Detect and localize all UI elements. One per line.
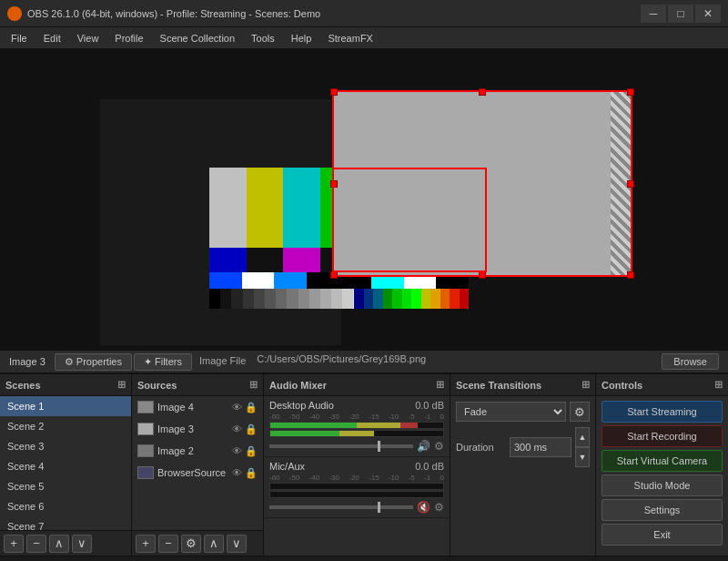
desktop-audio-slider[interactable] — [269, 444, 413, 448]
source-settings-button[interactable]: ⚙ — [181, 535, 201, 553]
start-recording-button[interactable]: Start Recording — [602, 425, 723, 447]
scene-down-button[interactable]: ∨ — [72, 535, 92, 553]
handle-tl[interactable] — [330, 88, 338, 96]
menu-help[interactable]: Help — [284, 31, 319, 46]
sources-icon[interactable]: ⊞ — [249, 379, 258, 391]
audio-mixer-icon[interactable]: ⊞ — [436, 379, 444, 391]
source-icons: 👁 🔒 — [232, 445, 258, 457]
handle-ml[interactable] — [330, 180, 338, 188]
handle-tc[interactable] — [479, 88, 486, 96]
lock-icon[interactable]: 🔒 — [245, 402, 258, 413]
desktop-audio-name: Desktop Audio — [269, 400, 334, 411]
source-up-button[interactable]: ∧ — [204, 535, 224, 553]
mic-audio-slider[interactable] — [269, 505, 413, 509]
lock-icon[interactable]: 🔒 — [245, 423, 258, 435]
grey-image[interactable] — [332, 90, 632, 277]
remove-scene-button[interactable]: − — [26, 535, 46, 553]
remove-source-button[interactable]: − — [158, 535, 178, 553]
settings-button[interactable]: Settings — [602, 499, 723, 521]
controls-header: Controls ⊞ — [596, 374, 728, 396]
source-item[interactable]: BrowserSource 👁 🔒 — [132, 462, 263, 484]
add-scene-button[interactable]: + — [4, 535, 24, 553]
source-name: Image 3 — [157, 423, 194, 434]
menu-scene-collection[interactable]: Scene Collection — [153, 31, 243, 46]
lock-icon[interactable]: 🔒 — [245, 467, 258, 479]
sources-footer: + − ⚙ ∧ ∨ — [132, 530, 263, 556]
scene-item[interactable]: Scene 4 — [0, 456, 131, 476]
browse-button[interactable]: Browse — [662, 353, 719, 370]
transition-type-select[interactable]: Fade Cut Swipe — [456, 402, 566, 422]
scene-item[interactable]: Scene 7 — [0, 516, 131, 530]
source-thumb — [137, 444, 154, 457]
mic-audio-settings-icon[interactable]: ⚙ — [434, 501, 444, 514]
source-down-button[interactable]: ∨ — [227, 535, 247, 553]
audio-mixer-label: Audio Mixer — [269, 380, 327, 391]
exit-button[interactable]: Exit — [602, 524, 723, 546]
handle-bl[interactable] — [330, 271, 338, 279]
scenes-icon[interactable]: ⊞ — [117, 379, 126, 391]
duration-input[interactable] — [510, 437, 571, 457]
app-icon — [7, 6, 22, 21]
source-path: C:/Users/OBS/Pictures/Grey169B.png — [257, 353, 426, 371]
duration-down-button[interactable]: ▼ — [575, 447, 590, 467]
close-button[interactable]: ✕ — [695, 5, 721, 23]
handle-tr[interactable] — [627, 88, 634, 96]
scene-item[interactable]: Scene 6 — [0, 496, 131, 516]
source-item[interactable]: Image 4 👁 🔒 — [132, 396, 263, 418]
handle-bc[interactable] — [479, 271, 486, 279]
scenes-panel: Scenes ⊞ Scene 1 Scene 2 Scene 3 Scene 4… — [0, 374, 132, 556]
controls-icon[interactable]: ⊞ — [714, 379, 723, 391]
duration-up-button[interactable]: ▲ — [575, 427, 590, 447]
start-streaming-button[interactable]: Start Streaming — [602, 401, 723, 423]
maximize-button[interactable]: □ — [668, 5, 693, 23]
minimize-button[interactable]: ─ — [641, 5, 666, 23]
menu-view[interactable]: View — [70, 31, 106, 46]
mic-audio-meter — [269, 483, 444, 490]
transitions-panel: Scene Transitions ⊞ Fade Cut Swipe ⚙ Dur… — [450, 374, 596, 556]
desktop-audio-mute-icon[interactable]: 🔊 — [417, 440, 430, 453]
menu-streamfx[interactable]: StreamFX — [320, 31, 380, 46]
desktop-audio-meter — [269, 422, 444, 429]
controls-label: Controls — [602, 380, 642, 391]
source-label: Image 3 — [9, 356, 46, 367]
scene-item[interactable]: Scene 3 — [0, 436, 131, 456]
filters-button[interactable]: ✦ Filters — [134, 353, 192, 371]
transitions-header: Scene Transitions ⊞ — [450, 374, 595, 396]
source-icons: 👁 🔒 — [232, 423, 258, 435]
visibility-icon[interactable]: 👁 — [232, 402, 242, 413]
menu-edit[interactable]: Edit — [36, 31, 68, 46]
scene-item[interactable]: Scene 2 — [0, 416, 131, 436]
studio-mode-button[interactable]: Studio Mode — [602, 474, 723, 496]
menubar: File Edit View Profile Scene Collection … — [0, 27, 728, 49]
properties-button[interactable]: ⚙ Properties — [55, 353, 132, 371]
transitions-icon[interactable]: ⊞ — [581, 379, 590, 391]
visibility-icon[interactable]: 👁 — [232, 467, 242, 479]
desktop-audio-slider-row: 🔊 ⚙ — [269, 440, 444, 453]
mic-aux-db: 0.0 dB — [415, 461, 444, 472]
visibility-icon[interactable]: 👁 — [232, 445, 242, 457]
mic-audio-mute-icon[interactable]: 🔇 — [417, 501, 430, 514]
source-item[interactable]: Image 3 👁 🔒 — [132, 418, 263, 440]
source-item[interactable]: Image 2 👁 🔒 — [132, 440, 263, 462]
handle-mr[interactable] — [627, 180, 634, 188]
source-thumb — [137, 466, 154, 479]
start-virtual-camera-button[interactable]: Start Virtual Camera — [602, 450, 723, 472]
menu-file[interactable]: File — [4, 31, 35, 46]
mic-aux-channel: Mic/Aux 0.0 dB -60-50-40-30-20-15-10-5-1… — [264, 457, 450, 518]
scene-item[interactable]: Scene 5 — [0, 476, 131, 496]
menu-profile[interactable]: Profile — [107, 31, 150, 46]
bottom-panel: Scenes ⊞ Scene 1 Scene 2 Scene 3 Scene 4… — [0, 373, 728, 556]
scene-item[interactable]: Scene 1 — [0, 396, 131, 416]
handle-br[interactable] — [627, 271, 634, 279]
scene-up-button[interactable]: ∧ — [49, 535, 69, 553]
desktop-audio-settings-icon[interactable]: ⚙ — [434, 440, 444, 453]
add-source-button[interactable]: + — [136, 535, 156, 553]
lock-icon[interactable]: 🔒 — [245, 445, 258, 457]
visibility-icon[interactable]: 👁 — [232, 423, 242, 435]
scenes-header: Scenes ⊞ — [0, 374, 131, 396]
transition-gear-button[interactable]: ⚙ — [570, 402, 590, 422]
menu-tools[interactable]: Tools — [244, 31, 282, 46]
scenes-footer: + − ∧ ∨ — [0, 530, 131, 556]
titlebar: OBS 26.1.0 (64-bit, windows) - Profile: … — [0, 0, 728, 27]
scenes-label: Scenes — [5, 380, 41, 391]
